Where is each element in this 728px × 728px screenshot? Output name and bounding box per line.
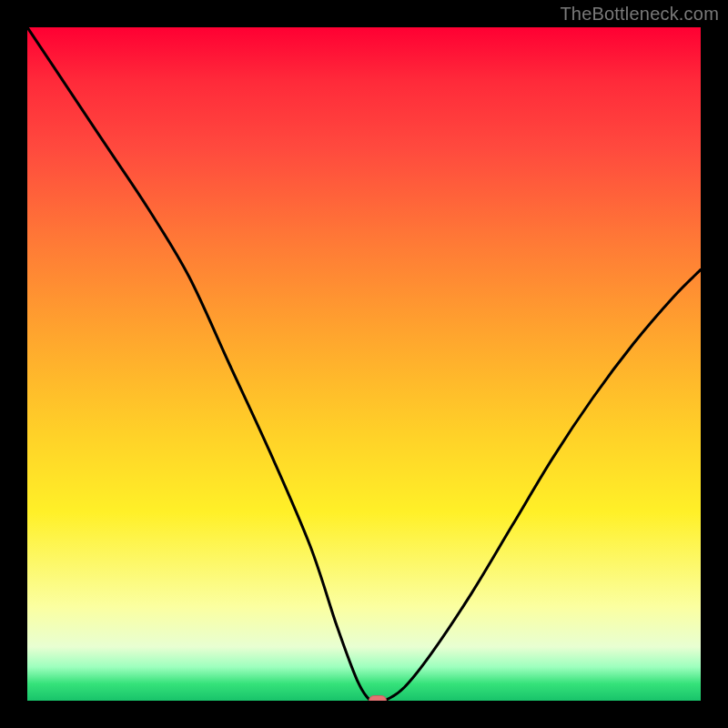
bottleneck-curve bbox=[27, 27, 701, 701]
optimal-marker bbox=[369, 695, 387, 701]
watermark-text: TheBottleneck.com bbox=[560, 4, 719, 25]
chart-frame: TheBottleneck.com bbox=[0, 0, 728, 728]
plot-area bbox=[27, 27, 701, 701]
